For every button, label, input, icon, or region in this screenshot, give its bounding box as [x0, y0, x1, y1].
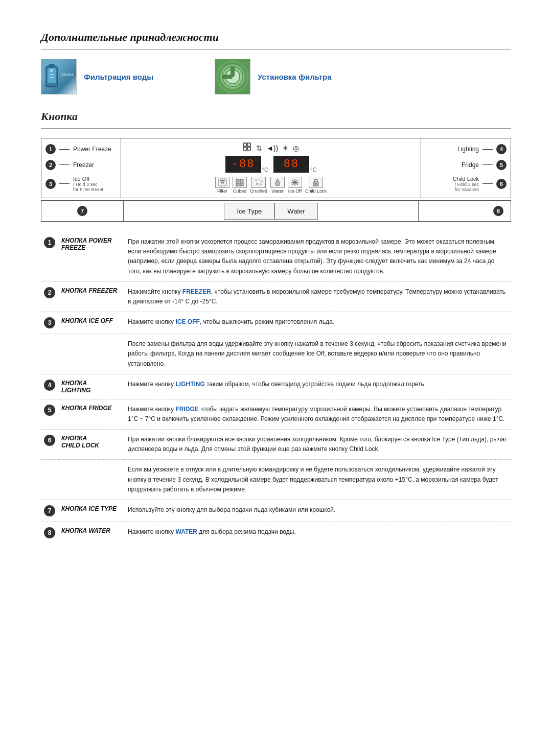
desc-text-1: При нажатии этой кнопки ускоряется проце… — [125, 232, 511, 281]
freezer-display: -88 — [225, 156, 261, 173]
desc-label-5: КНОПКА FRIDGE — [58, 399, 125, 429]
display-segment-group-right: 88 °C — [273, 156, 316, 173]
panel-row-6: Child Lock / Hold 3 secfor Vacation 6 — [425, 176, 507, 192]
display-icons-row: ⇅ ◄)) ☀ ◎ — [243, 143, 299, 154]
desc-row-8: 8 КНОПКА WATER Нажмите кнопку WATER для … — [41, 522, 511, 544]
display-row: -88 °C 88 °C — [225, 156, 317, 173]
desc-text-2: Нажимайте кнопку FREEZER, чтобы установи… — [125, 281, 511, 312]
desc-row-4: 4 КНОПКАLIGHTING Нажмите кнопку LIGHTING… — [41, 374, 511, 399]
desc-num-6: 6 — [41, 430, 58, 460]
panel-label-3-sub: / Hold 3 secfor Filter Reset — [73, 182, 103, 192]
panel-label-6: Child Lock — [453, 176, 479, 182]
svg-rect-13 — [247, 143, 250, 146]
svg-text:Samsung: Samsung — [61, 73, 74, 77]
desc-label-3: КНОПКА ICE OFF — [58, 312, 125, 334]
panel-buttons-row: Filter Cubed Crushed — [215, 177, 327, 194]
icon-target: ◎ — [293, 144, 299, 152]
buttons-divider — [41, 128, 511, 129]
svg-point-33 — [315, 183, 317, 185]
desc-text-6b: Если вы уезжаете в отпуск или в длительн… — [125, 460, 511, 500]
desc-num-8: 8 — [41, 522, 58, 544]
arrow-3 — [59, 183, 70, 184]
btn-child-lock[interactable]: Child Lock — [305, 177, 327, 194]
panel-label-4: Lighting — [457, 146, 479, 153]
svg-rect-22 — [240, 183, 243, 186]
panel-num-5: 5 — [496, 160, 507, 170]
accessories-section: Дополнительные принадлежности Samsung Фи… — [41, 31, 511, 94]
btn-water[interactable]: Water — [270, 177, 285, 194]
svg-rect-20 — [240, 179, 243, 182]
child-lock-icon — [309, 177, 323, 188]
btn-cubed-label: Cubed — [233, 188, 247, 194]
desc-num-7: 7 — [41, 500, 58, 522]
btn-cubed[interactable]: Cubed — [233, 177, 247, 194]
svg-rect-14 — [243, 147, 246, 150]
btn-child-lock-label: Child Lock — [305, 188, 327, 194]
desc-label-7: КНОПКА ICE TYPE — [58, 500, 125, 522]
water-btn[interactable]: Water — [274, 203, 317, 220]
desc-num-6b-empty — [41, 460, 58, 500]
desc-num-3: 3 — [41, 312, 58, 334]
desc-row-3b: После замены фильтра для воды удерживайт… — [41, 334, 511, 374]
desc-text-4: Нажмите кнопку LIGHTING таким образом, ч… — [125, 374, 511, 399]
panel-label-6-container: Child Lock / Hold 3 secfor Vacation — [453, 176, 479, 192]
highlight-lighting: LIGHTING — [175, 381, 204, 388]
panel-label-6-sub: / Hold 3 secfor Vacation — [453, 182, 479, 192]
highlight-ice-off: ICE OFF — [175, 318, 199, 325]
highlight-fridge: FRIDGE — [175, 406, 198, 413]
svg-rect-16 — [218, 179, 226, 186]
panel-label-1: Power Freeze — [73, 146, 111, 153]
filter-icon — [215, 177, 229, 188]
desc-num-1: 1 — [41, 232, 58, 281]
icon-grid — [243, 143, 252, 154]
display-segment-group-left: -88 °C — [225, 156, 268, 173]
ice-water-num-7: 7 — [77, 206, 87, 216]
filter-install-image — [215, 59, 250, 94]
arrow-4 — [482, 149, 493, 150]
btn-ice-off-label: Ice Off — [288, 188, 302, 194]
desc-label-4: КНОПКАLIGHTING — [58, 374, 125, 399]
btn-crushed[interactable]: Crushed — [250, 177, 267, 194]
panel-left-labels: 1 Power Freeze 2 Freezer 3 Ice Off / Hol… — [41, 138, 121, 198]
panel-row-4: Lighting 4 — [425, 144, 507, 154]
svg-rect-12 — [243, 143, 246, 146]
desc-text-3: Нажмите кнопку ICE OFF, чтобы выключить … — [125, 312, 511, 334]
arrow-6 — [482, 183, 493, 184]
svg-rect-15 — [247, 147, 250, 150]
desc-row-3a: 3 КНОПКА ICE OFF Нажмите кнопку ICE OFF,… — [41, 312, 511, 334]
desc-row-6a: 6 КНОПКАCHILD LOCK При нажатии кнопки бл… — [41, 430, 511, 460]
panel-row-1: 1 Power Freeze — [45, 144, 117, 154]
icon-arrows: ⇅ — [256, 144, 262, 152]
panel-num-4: 4 — [496, 144, 507, 154]
btn-filter[interactable]: Filter — [215, 177, 229, 194]
filter-install-item: Установка фильтра — [215, 59, 332, 94]
panel-row-2: 2 Freezer — [45, 160, 117, 170]
ice-water-center: Ice Type Water — [123, 201, 419, 221]
panel-label-5: Fridge — [462, 161, 479, 169]
degree-label-right: °C — [310, 167, 316, 173]
desc-text-7: Используйте эту кнопку для выбора подачи… — [125, 500, 511, 522]
panel-center-display: ⇅ ◄)) ☀ ◎ -88 °C 88 °C — [121, 138, 421, 198]
arrow-1 — [59, 149, 70, 150]
desc-row-2: 2 КНОПКА FREEZER Нажимайте кнопку FREEZE… — [41, 281, 511, 312]
ice-water-panel: 7 Ice Type Water 8 — [41, 200, 511, 222]
cubed-icon — [233, 177, 247, 188]
filter-install-link[interactable]: Установка фильтра — [258, 73, 332, 81]
arrow-2 — [59, 164, 70, 165]
panel-right-labels: Lighting 4 Fridge 5 Child Lock / Hold 3 … — [421, 138, 511, 198]
water-filter-link[interactable]: Фильтрация воды — [84, 73, 153, 81]
desc-label-6b-empty — [58, 460, 125, 500]
desc-num-2: 2 — [41, 281, 58, 312]
buttons-section: Кнопка 1 Power Freeze 2 Freezer 3 Ice Of… — [41, 110, 511, 544]
panel-num-3: 3 — [45, 179, 56, 189]
desc-num-5: 5 — [41, 399, 58, 429]
buttons-title: Кнопка — [41, 110, 511, 123]
btn-ice-off[interactable]: Ice Off — [288, 177, 302, 194]
ice-water-left: 7 — [41, 201, 123, 221]
ice-type-btn[interactable]: Ice Type — [224, 203, 274, 220]
panel-label-3-container: Ice Off / Hold 3 secfor Filter Reset — [73, 176, 103, 192]
svg-rect-19 — [236, 179, 239, 182]
degree-label-left: °C — [262, 167, 268, 173]
svg-point-24 — [258, 179, 260, 181]
panel-num-6: 6 — [496, 179, 507, 189]
